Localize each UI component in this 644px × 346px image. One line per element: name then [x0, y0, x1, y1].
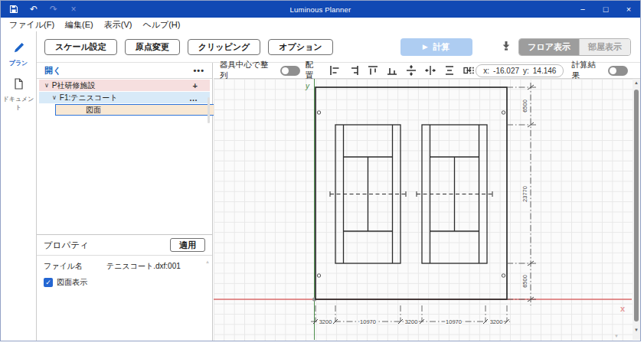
document-icon: [12, 80, 25, 93]
tree-site-label: P社研修施設: [52, 80, 96, 91]
x-axis-label: x: [620, 304, 626, 313]
tennis-court-1: [330, 125, 406, 263]
props-scroll-up-icon[interactable]: ▲: [205, 260, 210, 264]
options-button[interactable]: オプション: [268, 39, 332, 55]
screenshot-stage: ↶ ↷ × Luminous Planner − □ × ファイル(F) 編集(…: [0, 0, 644, 346]
window-title: Luminous Planner: [1, 5, 640, 14]
clipping-button[interactable]: クリッピング: [188, 39, 261, 55]
align-center-toggle-label: 器具中心で整列: [220, 60, 276, 81]
checkbox-checked-icon[interactable]: ✓: [44, 278, 53, 287]
hscroll-grip-icon[interactable]: ▼: [614, 334, 619, 338]
svg-text:6500: 6500: [521, 275, 528, 288]
cursor-coordinates: x: -16.027 y: 14.146: [476, 64, 564, 77]
scroll-down-icon[interactable]: ▼: [633, 328, 640, 332]
open-label[interactable]: 開く: [44, 65, 61, 77]
calc-result-label: 計算結果: [571, 60, 603, 81]
calculate-label: 計算: [433, 41, 450, 53]
svg-text:3200: 3200: [405, 318, 418, 325]
nav-item-plan[interactable]: プラン: [1, 41, 36, 67]
calc-result-group: 計算結果: [571, 60, 633, 81]
tennis-court-2: [417, 125, 492, 263]
properties-title: プロパティ: [44, 240, 89, 251]
chevron-down-icon[interactable]: ∨: [44, 82, 49, 89]
svg-text:3200: 3200: [319, 318, 332, 325]
y-axis-label: y: [305, 82, 310, 90]
bottom-dimension-labels: 3200 10970 3200 10970 3200: [319, 318, 503, 325]
tree-drawing-label: 図面: [86, 105, 101, 116]
canvas-vertical-scrollbar[interactable]: ▲ ▼: [633, 79, 640, 340]
file-name-label: ファイル名: [44, 261, 106, 272]
site-boundary: [315, 87, 507, 299]
calculate-button[interactable]: ▶ 計算: [400, 38, 472, 56]
scroll-up-icon[interactable]: ▲: [633, 80, 640, 85]
tree-row-floor[interactable]: ∨ F1:テニスコート …: [39, 92, 210, 103]
align-center-toggle[interactable]: [280, 66, 300, 76]
toggle-knob: [610, 67, 616, 74]
nav-document-label: ドキュメント: [1, 95, 36, 112]
drawing-visible-label: 図面表示: [57, 277, 87, 288]
drawing-svg: y x: [214, 79, 633, 340]
distribute-vertical-icon[interactable]: [443, 64, 456, 77]
floor-menu-icon[interactable]: …: [189, 93, 198, 103]
coord-x-label: x:: [483, 67, 489, 75]
room-view-button[interactable]: 部屋表示: [579, 39, 630, 55]
nav-plan-label: プラン: [1, 59, 36, 67]
calc-result-toggle[interactable]: [608, 66, 628, 76]
align-left-icon[interactable]: [328, 64, 342, 77]
file-name-value: テニスコート.dxf:001: [106, 261, 181, 272]
save-icon[interactable]: [8, 4, 19, 15]
svg-text:10970: 10970: [446, 318, 462, 325]
center-horizontal-icon[interactable]: [423, 64, 437, 77]
scale-settings-button[interactable]: スケール設定: [44, 39, 117, 55]
open-panel-header: 開く •••: [37, 63, 212, 79]
scrollbar-thumb[interactable]: [634, 90, 639, 322]
pencil-icon: [12, 44, 25, 57]
tree-scrollbar[interactable]: [208, 97, 210, 123]
download-icon[interactable]: [501, 40, 512, 54]
drawing-visible-row: ✓ 図面表示: [37, 272, 212, 293]
origin-change-button[interactable]: 原点変更: [125, 39, 180, 55]
project-tree: ∨ P社研修施設 + ∨ F1:テニスコート … 図面: [37, 79, 212, 116]
chevron-down-icon[interactable]: ∨: [52, 94, 57, 101]
tree-row-site[interactable]: ∨ P社研修施設 +: [39, 80, 210, 91]
tree-row-drawing-selected[interactable]: 図面: [55, 104, 224, 116]
left-nav-rail: プラン ドキュメント: [1, 31, 37, 341]
properties-panel: プロパティ 適用 ファイル名 テニスコート.dxf:001 ✓ 図面表示 ▲: [37, 234, 212, 293]
undo-icon[interactable]: ↶: [28, 4, 39, 15]
menu-help[interactable]: ヘルプ(H): [137, 19, 185, 31]
file-name-row: ファイル名 テニスコート.dxf:001: [37, 256, 212, 272]
apply-button[interactable]: 適用: [170, 238, 205, 252]
close-document-icon[interactable]: ×: [68, 4, 79, 15]
menu-file[interactable]: ファイル(F): [4, 19, 60, 31]
maximize-button[interactable]: □: [594, 1, 617, 18]
mirror-horizontal-icon[interactable]: [462, 64, 476, 77]
toggle-knob: [282, 67, 289, 74]
minimize-button[interactable]: −: [571, 1, 594, 18]
view-segmented-control: フロア表示 部屋表示: [518, 38, 631, 56]
nav-item-document[interactable]: ドキュメント: [1, 77, 36, 112]
add-floor-button[interactable]: +: [193, 81, 198, 90]
panel-menu-icon[interactable]: •••: [193, 66, 204, 75]
right-dimension-labels: 6500 23770 6500: [521, 100, 528, 288]
svg-text:6500: 6500: [521, 100, 528, 113]
menu-view[interactable]: 表示(V): [99, 19, 138, 31]
menu-edit[interactable]: 編集(E): [60, 19, 99, 31]
main-toolbar: スケール設定 原点変更 クリッピング オプション ▶ 計算 フロア表示 部屋表示: [37, 31, 640, 63]
drawing-canvas[interactable]: y x: [214, 79, 633, 341]
align-bottom-icon[interactable]: [385, 64, 399, 77]
title-bar: ↶ ↷ × Luminous Planner − □ ×: [1, 1, 640, 18]
redo-icon[interactable]: ↷: [48, 4, 59, 15]
app-window: ↶ ↷ × Luminous Planner − □ × ファイル(F) 編集(…: [0, 0, 641, 341]
center-vertical-icon[interactable]: [404, 64, 418, 77]
alignment-icons: [328, 64, 476, 77]
coord-y-value: 14.146: [533, 67, 557, 75]
project-panel: 開く ••• ∨ P社研修施設 + ∨ F1:テニスコート … 図面 プロパティ…: [37, 63, 213, 341]
svg-text:3200: 3200: [490, 318, 503, 325]
close-button[interactable]: ×: [617, 1, 640, 18]
svg-text:23770: 23770: [521, 186, 528, 202]
align-top-icon[interactable]: [366, 64, 380, 77]
align-right-icon[interactable]: [347, 64, 361, 77]
floor-view-button[interactable]: フロア表示: [519, 39, 579, 55]
canvas-toolbar: 器具中心で整列 配置 x: -16.027 y: 14.146 計算結果: [214, 63, 640, 79]
coord-y-label: y:: [523, 67, 529, 75]
